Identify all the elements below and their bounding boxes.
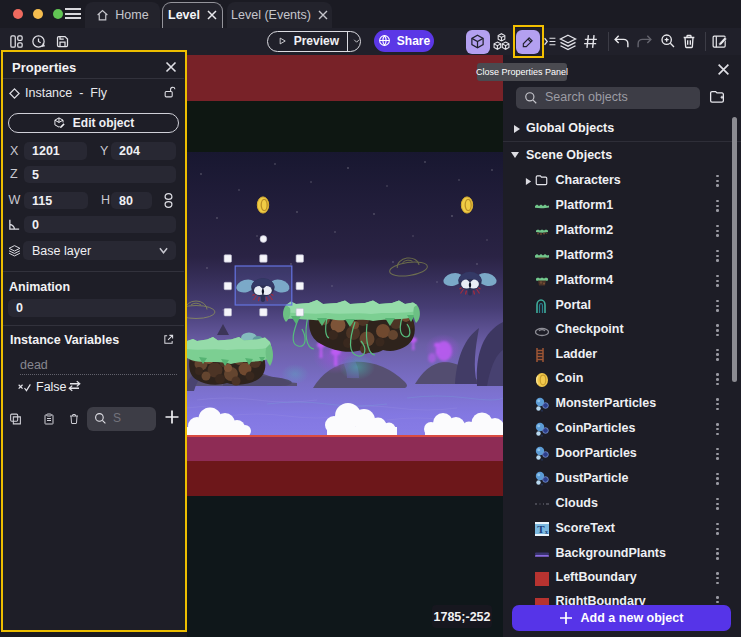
svg-text:x: x: [545, 529, 548, 535]
